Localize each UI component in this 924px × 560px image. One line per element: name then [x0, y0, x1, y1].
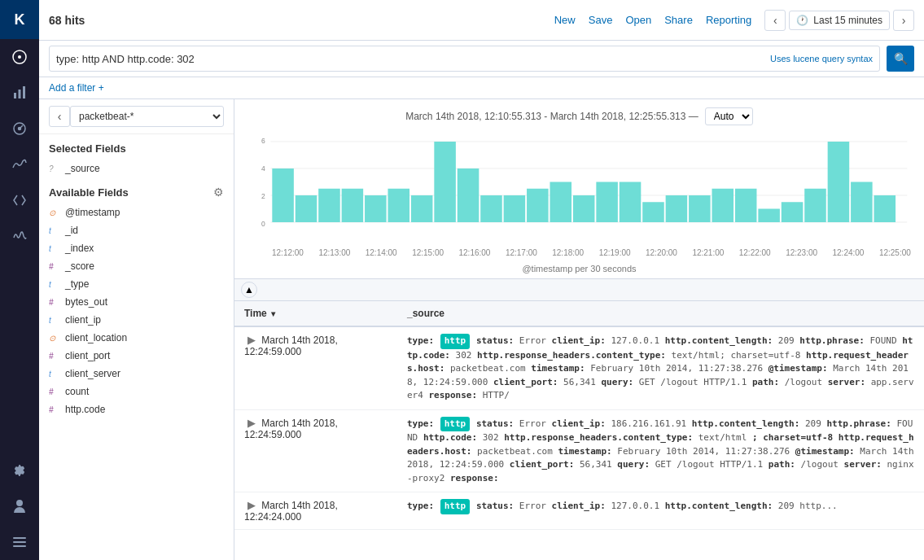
- nav-item-monitoring[interactable]: [0, 218, 39, 254]
- field-type-hash-icon: #: [49, 352, 60, 361]
- result-source-1: type: http status: Error client_ip: 127.…: [397, 326, 924, 409]
- index-back-btn[interactable]: ‹: [49, 106, 70, 127]
- nav-item-dashboard[interactable]: [0, 111, 39, 147]
- field-name: _id: [65, 225, 78, 236]
- result-source-2: type: http status: Error client_ip: 186.…: [397, 409, 924, 492]
- nav-item-discover[interactable]: [0, 39, 39, 75]
- search-button[interactable]: 🔍: [887, 46, 914, 72]
- save-link[interactable]: Save: [589, 14, 613, 26]
- nav-item-timelion[interactable]: [0, 147, 39, 182]
- expand-btn-3[interactable]: ▶: [244, 499, 259, 511]
- time-value-2: March 14th 2018, 12:24:59.000: [244, 418, 338, 440]
- search-input-wrapper: Uses lucene query syntax: [49, 46, 880, 72]
- open-link[interactable]: Open: [625, 14, 651, 26]
- source-header-label: _source: [407, 308, 444, 319]
- field-item-bytes-out[interactable]: # bytes_out: [39, 293, 234, 311]
- hits-count: 68 hits: [49, 14, 85, 27]
- x-tick-9: 12:20:00: [646, 248, 677, 257]
- result-time-1: ▶ March 14th 2018, 12:24:59.000: [234, 326, 397, 409]
- field-item-score[interactable]: # _score: [39, 257, 234, 275]
- svg-rect-37: [712, 189, 734, 222]
- time-prev-btn[interactable]: ‹: [764, 10, 786, 31]
- svg-rect-4: [23, 86, 25, 98]
- table-row: ▶ March 14th 2018, 12:24:59.000 type: ht…: [234, 409, 924, 492]
- nav-item-management[interactable]: [0, 524, 39, 560]
- chart-header: March 14th 2018, 12:10:55.313 - March 14…: [247, 107, 911, 125]
- results-area: Time ▾ _source ▶ March 14th: [234, 301, 924, 560]
- x-tick-1: 12:12:00: [272, 248, 304, 257]
- field-item-timestamp[interactable]: ⊙ @timestamp: [39, 203, 234, 221]
- svg-rect-8: [13, 541, 26, 543]
- source-col-header: _source: [397, 301, 924, 326]
- field-item-id[interactable]: t _id: [39, 221, 234, 239]
- expand-btn-1[interactable]: ▶: [244, 334, 259, 346]
- field-item-count[interactable]: # count: [39, 383, 234, 400]
- index-selector: ‹ packetbeat-*: [39, 99, 234, 134]
- new-link[interactable]: New: [554, 14, 576, 26]
- field-name: _type: [65, 278, 89, 290]
- svg-rect-9: [13, 545, 26, 547]
- time-next-btn[interactable]: ›: [893, 10, 914, 31]
- svg-rect-40: [782, 202, 804, 222]
- field-item-client-server[interactable]: t client_server: [39, 365, 234, 383]
- auto-select[interactable]: Auto: [705, 107, 753, 125]
- expand-btn-2[interactable]: ▶: [244, 417, 259, 429]
- field-item-client-port[interactable]: # client_port: [39, 347, 234, 365]
- field-item-client-ip[interactable]: t client_ip: [39, 311, 234, 329]
- x-tick-4: 12:15:00: [412, 248, 444, 257]
- x-tick-11: 12:22:00: [739, 248, 771, 257]
- field-item-index[interactable]: t _index: [39, 239, 234, 257]
- svg-rect-18: [272, 168, 294, 222]
- field-type-geo-icon: ⊙: [49, 334, 60, 343]
- filter-bar: Add a filter +: [39, 77, 924, 99]
- field-name: client_location: [65, 332, 127, 343]
- nav-logo[interactable]: K: [0, 0, 39, 39]
- chart-area: March 14th 2018, 12:10:55.313 - March 14…: [234, 99, 924, 279]
- nav-item-settings[interactable]: [0, 453, 39, 488]
- svg-rect-39: [758, 209, 780, 223]
- field-item-client-location[interactable]: ⊙ client_location: [39, 329, 234, 347]
- nav-sidebar: K: [0, 0, 39, 560]
- time-range-btn[interactable]: 🕐 Last 15 minutes: [789, 11, 890, 30]
- svg-rect-2: [14, 93, 16, 98]
- chart-x-label: @timestamp per 30 seconds: [247, 264, 911, 273]
- svg-rect-23: [388, 189, 409, 222]
- nav-item-visualize[interactable]: [0, 75, 39, 111]
- time-range-label: Last 15 minutes: [813, 15, 882, 26]
- field-type-clock-icon: ⊙: [49, 208, 60, 217]
- field-name: bytes_out: [65, 296, 107, 308]
- nav-item-devtools[interactable]: [0, 182, 39, 218]
- index-select[interactable]: packetbeat-*: [70, 106, 224, 127]
- chart-collapse-btn[interactable]: ▲: [241, 282, 257, 298]
- x-tick-6: 12:17:00: [506, 248, 537, 257]
- svg-rect-20: [318, 189, 340, 222]
- svg-point-6: [19, 128, 21, 130]
- field-item-source[interactable]: ? _source: [39, 160, 234, 177]
- lucene-hint: Uses lucene query syntax: [770, 54, 873, 63]
- search-bar: Uses lucene query syntax 🔍: [39, 41, 924, 77]
- reporting-link[interactable]: Reporting: [706, 14, 751, 26]
- search-input[interactable]: [56, 53, 770, 65]
- svg-rect-26: [458, 168, 480, 222]
- fields-gear-btn[interactable]: ⚙: [213, 186, 224, 199]
- svg-rect-33: [620, 182, 642, 223]
- result-source-3: type: http status: Error client_ip: 127.…: [397, 492, 924, 530]
- body-layout: ‹ packetbeat-* Selected Fields ? _source…: [39, 99, 924, 560]
- field-item-http-code[interactable]: # http.code: [39, 400, 234, 418]
- field-name: _score: [65, 260, 94, 272]
- share-link[interactable]: Share: [664, 14, 693, 26]
- sort-icon: ▾: [271, 309, 275, 318]
- field-item-type[interactable]: t _type: [39, 275, 234, 293]
- main-content: 68 hits New Save Open Share Reporting ‹ …: [39, 0, 924, 560]
- nav-item-user[interactable]: [0, 488, 39, 524]
- search-icon: 🔍: [894, 52, 908, 65]
- time-col-header[interactable]: Time ▾: [234, 301, 397, 326]
- x-tick-12: 12:23:00: [786, 248, 817, 257]
- svg-rect-41: [804, 189, 826, 222]
- field-type-t-icon: t: [49, 316, 60, 325]
- add-filter-btn[interactable]: Add a filter +: [49, 82, 104, 94]
- result-time-3: ▶ March 14th 2018, 12:24:24.000: [234, 492, 397, 530]
- field-type-t-icon: t: [49, 370, 60, 378]
- source-text-2: type: http status: Error client_ip: 186.…: [407, 418, 914, 483]
- source-text-1: type: http status: Error client_ip: 127.…: [407, 335, 914, 400]
